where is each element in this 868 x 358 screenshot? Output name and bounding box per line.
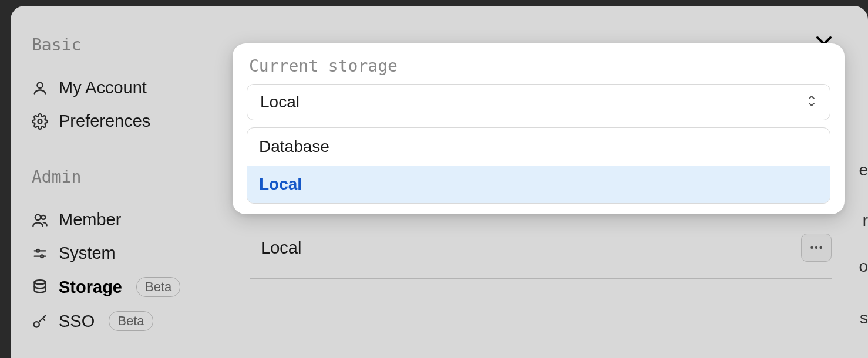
sidebar-item-storage[interactable]: Storage Beta — [32, 270, 204, 304]
dropdown-option-database[interactable]: Database — [247, 128, 830, 166]
storage-select-value: Local — [260, 93, 300, 112]
svg-point-0 — [37, 82, 42, 87]
storage-list-row: Local — [250, 234, 832, 279]
sidebar-item-member[interactable]: Member — [32, 203, 204, 237]
sidebar-item-my-account[interactable]: My Account — [32, 71, 204, 104]
dots-horizontal-icon — [809, 240, 824, 255]
section-label-basic: Basic — [32, 35, 204, 55]
storage-dropdown: Database Local — [247, 127, 830, 204]
svg-point-2 — [35, 214, 41, 219]
section-label-admin: Admin — [32, 167, 204, 187]
dropdown-option-local[interactable]: Local — [247, 166, 830, 203]
storage-row-label: Local — [250, 238, 301, 258]
sidebar-item-label: Member — [59, 210, 121, 229]
gear-icon — [32, 113, 48, 130]
svg-point-5 — [36, 249, 39, 252]
current-storage-popover: Current storage Local Database Local — [233, 43, 845, 214]
edge-text-fragment: s — [860, 309, 868, 327]
more-options-button[interactable] — [801, 234, 832, 262]
sliders-icon — [32, 245, 48, 262]
beta-badge: Beta — [136, 277, 180, 297]
svg-point-12 — [810, 246, 813, 249]
svg-point-1 — [38, 119, 42, 123]
database-icon — [32, 279, 48, 295]
sidebar-item-preferences[interactable]: Preferences — [32, 104, 204, 138]
svg-point-8 — [35, 280, 46, 284]
svg-point-3 — [41, 215, 45, 219]
svg-point-14 — [819, 246, 822, 249]
chevron-up-down-icon — [806, 94, 817, 110]
sidebar-item-sso[interactable]: SSO Beta — [32, 304, 204, 338]
beta-badge: Beta — [109, 311, 153, 331]
popover-title: Current storage — [233, 56, 845, 84]
sidebar-item-label: System — [59, 244, 116, 263]
user-icon — [32, 80, 48, 96]
edge-text-fragment: o — [859, 257, 868, 276]
edge-text-fragment: e — [859, 161, 868, 180]
key-icon — [32, 313, 48, 329]
sidebar-item-label: Storage — [59, 278, 122, 297]
sidebar-item-system[interactable]: System — [32, 237, 204, 270]
svg-point-7 — [41, 255, 43, 258]
users-icon — [32, 212, 48, 228]
settings-sidebar: Basic My Account Preferences Admin Membe… — [11, 6, 222, 358]
svg-point-13 — [815, 246, 817, 249]
edge-text-fragment: r — [863, 211, 868, 230]
sidebar-item-label: SSO — [59, 312, 95, 331]
sidebar-item-label: My Account — [59, 78, 147, 97]
sidebar-item-label: Preferences — [59, 112, 150, 131]
storage-select[interactable]: Local — [247, 84, 830, 120]
